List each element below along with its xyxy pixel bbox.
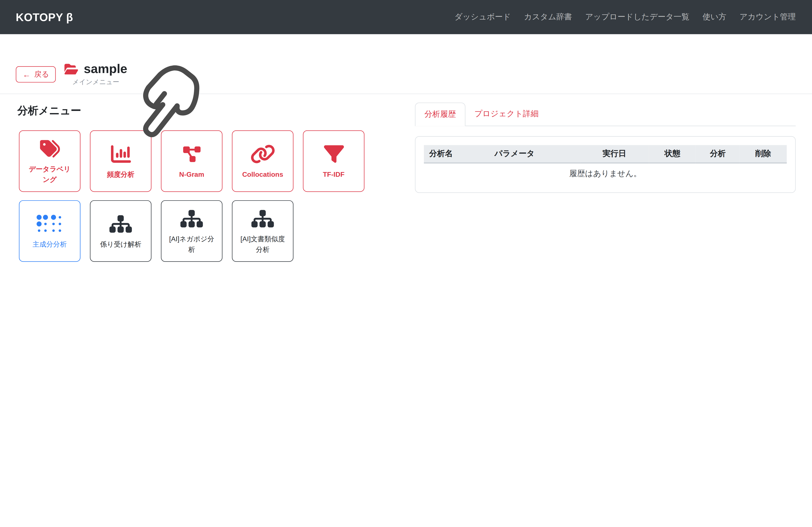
menu-card-tfidf[interactable]: TF-IDF [303, 130, 364, 192]
col-analysis: 分析 [696, 145, 740, 163]
back-button[interactable]: ← 戻る [16, 66, 56, 83]
tags-icon [40, 138, 60, 160]
header-divider [0, 93, 812, 94]
menu-card-data-labeling[interactable]: データラベリング [19, 130, 81, 192]
menu-card-dependency-parsing[interactable]: 係り受け解析 [90, 200, 151, 262]
panel-tabs: 分析履歴 プロジェクト詳細 [415, 102, 796, 126]
history-table: 分析名 パラメータ 実行日 状態 分析 削除 履歴はありません。 [424, 145, 787, 184]
col-parameters: パラメータ [489, 145, 580, 163]
analysis-menu-grid: データラベリング 頻度分析 N-Gram [19, 130, 364, 262]
nav-link-how-to-use[interactable]: 使い方 [702, 12, 726, 22]
nav-link-account-management[interactable]: アカウント管理 [740, 12, 796, 22]
project-detail-panel: 分析履歴 プロジェクト詳細 分析名 パラメータ 実行日 状態 分析 削除 [415, 102, 796, 192]
col-run-date: 実行日 [580, 145, 649, 163]
navbar: KOTOPY β ダッシュボード カスタム辞書 アップロードしたデータ一覧 使い… [0, 0, 812, 34]
project-title: sample [84, 61, 127, 77]
link-icon [250, 143, 275, 165]
menu-card-label: N-Gram [179, 169, 204, 179]
history-empty-row: 履歴はありません。 [424, 163, 787, 184]
tab-project-details[interactable]: プロジェクト詳細 [465, 102, 548, 125]
project-subtitle: メインメニュー [64, 78, 127, 87]
tab-analysis-history[interactable]: 分析履歴 [415, 102, 465, 126]
col-status: 状態 [649, 145, 696, 163]
history-empty-message: 履歴はありません。 [424, 163, 787, 184]
menu-card-label: [AI]ネガポジ分析 [169, 234, 215, 254]
menu-card-label: TF-IDF [323, 169, 345, 179]
back-button-label: 戻る [34, 70, 49, 79]
brand-logo[interactable]: KOTOPY β [16, 11, 73, 24]
menu-card-label: Collocations [242, 169, 283, 179]
history-table-card: 分析名 パラメータ 実行日 状態 分析 削除 履歴はありません。 [415, 136, 796, 193]
project-title-block: sample メインメニュー [64, 61, 127, 87]
project-header: ← 戻る sample メインメニュー [16, 66, 127, 87]
col-delete: 削除 [740, 145, 787, 163]
sitemap-icon [110, 213, 132, 235]
menu-card-label: 頻度分析 [107, 169, 134, 179]
menu-card-label: 係り受け解析 [100, 239, 142, 249]
bar-chart-icon [111, 143, 131, 165]
analysis-menu-heading: 分析メニュー [17, 103, 81, 118]
menu-card-pca[interactable]: 主成分分析 [19, 200, 81, 262]
menu-card-frequency-analysis[interactable]: 頻度分析 [90, 130, 151, 192]
col-analysis-name: 分析名 [424, 145, 489, 163]
nav-link-custom-dictionary[interactable]: カスタム辞書 [524, 12, 572, 22]
nav-link-dashboard[interactable]: ダッシュボード [454, 12, 511, 22]
menu-card-label: データラベリング [27, 164, 73, 185]
history-table-header-row: 分析名 パラメータ 実行日 状態 分析 削除 [424, 145, 787, 163]
kotopy-app: KOTOPY β ダッシュボード カスタム辞書 アップロードしたデータ一覧 使い… [0, 0, 812, 527]
menu-card-label: 主成分分析 [33, 239, 67, 249]
sitemap-icon [180, 208, 203, 230]
arrow-left-icon: ← [23, 70, 30, 78]
filter-icon [324, 143, 344, 165]
folder-open-icon [64, 63, 78, 75]
braille-dots-icon [36, 213, 63, 235]
menu-card-ngram[interactable]: N-Gram [161, 130, 222, 192]
menu-card-collocations[interactable]: Collocations [232, 130, 293, 192]
menu-card-ai-doc-similarity[interactable]: [AI]文書類似度分析 [232, 200, 293, 262]
menu-card-label: [AI]文書類似度分析 [240, 234, 286, 254]
nav-links: ダッシュボード カスタム辞書 アップロードしたデータ一覧 使い方 アカウント管理 [454, 12, 796, 22]
node-graph-icon [182, 143, 202, 165]
sitemap-icon [251, 208, 274, 230]
nav-link-uploaded-data-list[interactable]: アップロードしたデータ一覧 [585, 12, 689, 22]
menu-card-ai-sentiment[interactable]: [AI]ネガポジ分析 [161, 200, 222, 262]
